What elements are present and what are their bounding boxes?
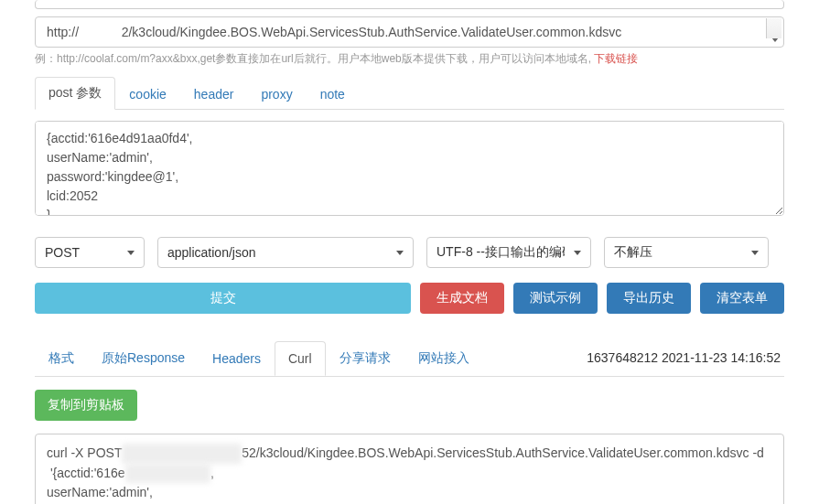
export-history-button[interactable]: 导出历史 (607, 283, 691, 314)
tab-headers[interactable]: Headers (199, 341, 275, 376)
method-select[interactable]: POST (35, 237, 145, 268)
response-tabs: 格式 原始Response Headers Curl 分享请求 网站接入 163… (35, 339, 784, 377)
curl-output-box: curl -X POSTXXXXXXXXXXXXXX52/k3cloud/Kin… (35, 434, 784, 504)
selects-row: POST application/json UTF-8 --接口输出的编码 不解… (35, 237, 784, 268)
caret-down-icon (127, 251, 135, 255)
url-spinner-up-icon[interactable] (771, 20, 779, 25)
tab-cookie[interactable]: cookie (115, 79, 179, 110)
curl-text-l2a: '{acctid:'616e (47, 466, 125, 480)
tab-curl[interactable]: Curl (275, 341, 326, 376)
clear-form-button[interactable]: 清空表单 (700, 283, 784, 314)
redacted-acctid: XXXXXXXXXX (125, 464, 210, 484)
url-input[interactable] (35, 16, 784, 48)
hint-prefix: 例： (35, 52, 57, 65)
curl-text-l3: userName:'admin', (47, 485, 153, 499)
caret-down-icon (396, 251, 404, 255)
test-example-button[interactable]: 测试示例 (513, 283, 598, 314)
curl-text-l1b: 52/k3cloud/Kingdee.BOS.WebApi.ServicesSt… (242, 445, 764, 460)
charset-select-value: UTF-8 --接口输出的编码 (436, 244, 565, 261)
copy-to-clipboard-button[interactable]: 复制到剪贴板 (35, 390, 137, 421)
curl-text-l1a: curl -X POST (47, 445, 122, 460)
tab-header[interactable]: header (180, 79, 248, 110)
redacted-host-1: XXXXXXXXXXXXXX (122, 444, 242, 464)
caret-down-icon (574, 251, 581, 255)
timestamp-label: 1637648212 2021-11-23 14:16:52 (587, 350, 784, 365)
hint-cn-text: get参数直接加在url后就行。用户本地web版本提供下载，用户可以访问本地域名… (200, 52, 595, 65)
caret-down-icon (751, 251, 759, 255)
url-input-wrap (35, 11, 784, 48)
content-type-select-value: application/json (167, 245, 256, 260)
content-type-select[interactable]: application/json (157, 237, 414, 268)
tab-site-integration[interactable]: 网站接入 (404, 340, 483, 377)
generate-doc-button[interactable]: 生成文档 (420, 283, 504, 314)
request-body-textarea[interactable] (35, 121, 784, 216)
decompress-select[interactable]: 不解压 (604, 237, 769, 268)
charset-select[interactable]: UTF-8 --接口输出的编码 (426, 237, 591, 268)
curl-text-l2b: , (210, 466, 214, 480)
tab-share-request[interactable]: 分享请求 (326, 340, 404, 377)
download-link[interactable]: 下载链接 (594, 52, 638, 65)
tab-post-params[interactable]: post 参数 (35, 77, 115, 110)
url-spinner-down-icon[interactable] (771, 38, 779, 42)
action-buttons-row: 提交 生成文档 测试示例 导出历史 清空表单 (35, 283, 784, 314)
hint-line: 例：http://coolaf.com/m?axx&bxx,get参数直接加在u… (35, 51, 784, 67)
tab-proxy[interactable]: proxy (247, 79, 306, 110)
tab-format[interactable]: 格式 (35, 340, 88, 377)
tab-note[interactable]: note (307, 79, 359, 110)
decompress-select-value: 不解压 (614, 244, 652, 261)
param-tabs: post 参数 cookie header proxy note (35, 76, 784, 110)
submit-button[interactable]: 提交 (35, 283, 411, 314)
method-select-value: POST (45, 245, 80, 260)
tab-raw-response[interactable]: 原始Response (88, 340, 199, 377)
top-input-edge (35, 0, 784, 9)
hint-example-url: http://coolaf.com/m?axx&bxx, (57, 52, 200, 65)
